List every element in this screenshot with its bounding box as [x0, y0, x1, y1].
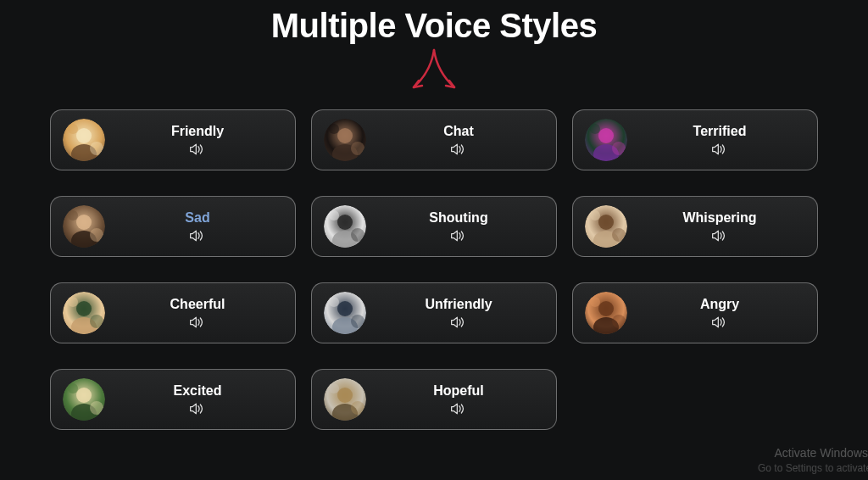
svg-point-16: [590, 124, 600, 134]
voice-card-unfriendly[interactable]: Unfriendly: [311, 282, 557, 343]
voice-card-content: Hopeful: [373, 383, 544, 416]
svg-point-28: [329, 210, 339, 220]
voice-label-sad: Sad: [185, 210, 209, 226]
svg-point-2: [76, 128, 92, 143]
voice-card-content: Cheerful: [112, 297, 283, 329]
avatar-chat: [324, 119, 366, 161]
svg-point-23: [90, 228, 103, 242]
speaker-icon[interactable]: [189, 315, 206, 329]
voice-card-whispering[interactable]: Whispering: [572, 196, 818, 257]
voice-card-sad[interactable]: Sad: [50, 196, 296, 257]
avatar-friendly: [63, 119, 105, 161]
svg-point-47: [351, 315, 364, 328]
voice-label-angry: Angry: [700, 297, 739, 312]
avatar-cheerful: [63, 292, 105, 334]
voice-card-content: Chat: [373, 124, 544, 156]
svg-point-56: [76, 388, 92, 403]
voice-card-content: Angry: [634, 297, 805, 329]
page-title: Multiple Voice Styles: [0, 0, 868, 48]
svg-point-65: [351, 401, 364, 415]
svg-point-44: [337, 301, 353, 316]
voice-card-content: Terrified: [634, 124, 805, 156]
voice-card-chat[interactable]: Chat: [311, 109, 557, 170]
speaker-icon[interactable]: [189, 229, 206, 243]
voice-card-content: Unfriendly: [373, 297, 544, 329]
speaker-icon[interactable]: [450, 142, 467, 156]
svg-point-32: [598, 215, 614, 230]
svg-point-41: [90, 315, 103, 328]
svg-point-29: [351, 228, 364, 242]
svg-point-58: [68, 383, 78, 393]
svg-point-64: [329, 383, 339, 393]
windows-activation-watermark: Activate Windows Go to Settings to activ…: [758, 445, 868, 475]
speaker-icon[interactable]: [711, 229, 728, 243]
voice-label-excited: Excited: [174, 383, 222, 399]
avatar-hopeful: [324, 378, 366, 421]
voice-card-friendly[interactable]: Friendly: [50, 109, 296, 170]
svg-point-22: [68, 210, 78, 220]
svg-point-14: [598, 128, 614, 143]
voice-card-shouting[interactable]: Shouting: [311, 196, 557, 257]
svg-point-53: [612, 315, 626, 328]
avatar-excited: [63, 378, 105, 421]
svg-point-59: [90, 401, 103, 415]
voice-style-grid: Friendly Chat: [0, 109, 868, 430]
voice-label-whispering: Whispering: [682, 210, 756, 226]
avatar-shouting: [324, 205, 366, 248]
svg-point-4: [68, 124, 78, 134]
voice-card-content: Excited: [112, 383, 283, 416]
voice-label-terrified: Terrified: [693, 124, 747, 139]
svg-point-34: [590, 210, 600, 220]
speaker-icon[interactable]: [189, 402, 206, 416]
avatar-whispering: [585, 205, 627, 248]
voice-card-content: Whispering: [634, 210, 805, 243]
voice-card-hopeful[interactable]: Hopeful: [311, 369, 557, 430]
svg-point-26: [337, 215, 353, 230]
svg-point-5: [90, 142, 103, 155]
speaker-icon[interactable]: [450, 229, 467, 243]
svg-point-11: [351, 142, 364, 155]
avatar-terrified: [585, 119, 627, 161]
svg-point-50: [598, 301, 614, 316]
voice-card-content: Sad: [112, 210, 283, 243]
svg-point-52: [590, 297, 600, 307]
avatar-unfriendly: [324, 292, 366, 334]
voice-card-content: Shouting: [373, 210, 544, 243]
voice-label-chat: Chat: [443, 124, 474, 139]
svg-point-38: [76, 301, 92, 316]
voice-card-terrified[interactable]: Terrified: [572, 109, 818, 170]
svg-point-20: [76, 215, 92, 230]
watermark-title: Activate Windows: [758, 445, 868, 461]
speaker-icon[interactable]: [450, 315, 467, 329]
voice-label-hopeful: Hopeful: [433, 383, 484, 399]
speaker-icon[interactable]: [711, 142, 728, 156]
speaker-icon[interactable]: [711, 315, 728, 329]
svg-point-10: [329, 124, 339, 134]
svg-point-35: [612, 228, 626, 242]
double-arrow-icon: [383, 47, 485, 98]
svg-point-17: [612, 142, 626, 155]
voice-label-cheerful: Cheerful: [170, 297, 225, 312]
speaker-icon[interactable]: [189, 142, 206, 156]
voice-card-cheerful[interactable]: Cheerful: [50, 282, 296, 343]
voice-label-friendly: Friendly: [171, 124, 224, 139]
svg-point-62: [337, 388, 353, 403]
voice-card-excited[interactable]: Excited: [50, 369, 296, 430]
voice-label-shouting: Shouting: [429, 210, 487, 226]
watermark-subtitle: Go to Settings to activate Windows.: [758, 461, 868, 475]
voice-card-angry[interactable]: Angry: [572, 282, 818, 343]
svg-point-40: [68, 297, 78, 307]
avatar-angry: [585, 292, 627, 334]
speaker-icon[interactable]: [450, 402, 467, 416]
voice-label-unfriendly: Unfriendly: [425, 297, 492, 312]
arrow-decoration: [0, 47, 868, 98]
voice-card-content: Friendly: [112, 124, 283, 156]
svg-point-46: [329, 297, 339, 307]
svg-point-8: [337, 128, 353, 143]
avatar-sad: [63, 205, 105, 248]
